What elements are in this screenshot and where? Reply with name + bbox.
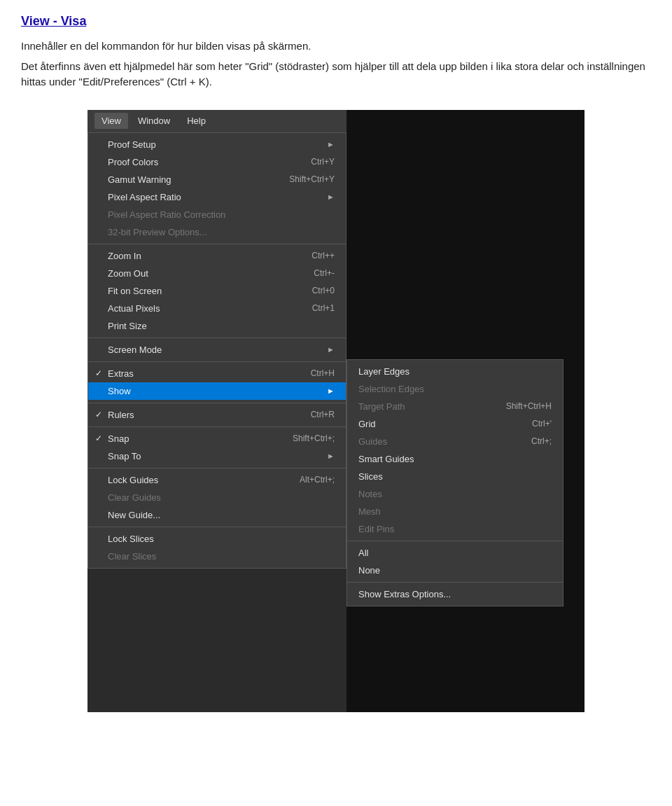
menu-item-zoom-in[interactable]: Zoom In Ctrl++ — [88, 247, 346, 265]
menu-item-show[interactable]: Show ► — [88, 382, 346, 400]
main-menu: Proof Setup ► Proof Colors Ctrl+Y Gamut … — [88, 132, 346, 569]
screenshot: View Window Help Proof Setup ► Proof Col… — [88, 110, 584, 712]
menu-item-pixel-aspect-ratio-correction: Pixel Aspect Ratio Correction — [88, 206, 346, 223]
menu-item-rulers[interactable]: ✓ Rulers Ctrl+R — [88, 406, 346, 424]
submenu-item-smart-guides[interactable]: Smart Guides — [347, 450, 563, 468]
menubar-help[interactable]: Help — [180, 113, 213, 129]
submenu-item-all[interactable]: All — [347, 544, 563, 562]
submenu-item-mesh: Mesh — [347, 503, 563, 520]
menu-item-zoom-out[interactable]: Zoom Out Ctrl+- — [88, 265, 346, 282]
menu-item-fit-on-screen[interactable]: Fit on Screen Ctrl+0 — [88, 282, 346, 300]
menu-item-snap-to[interactable]: Snap To ► — [88, 447, 346, 465]
submenu-item-edit-pins: Edit Pins — [347, 520, 563, 538]
menu-item-snap[interactable]: ✓ Snap Shift+Ctrl+; — [88, 430, 346, 447]
menu-item-lock-slices[interactable]: Lock Slices — [88, 530, 346, 548]
menu-item-new-guide[interactable]: New Guide... — [88, 506, 346, 524]
intro-text-1: Innehåller en del kommandon för hur bild… — [21, 39, 651, 55]
menu-item-proof-setup[interactable]: Proof Setup ► — [88, 136, 346, 153]
page-title: View - Visa — [21, 14, 651, 29]
menu-item-actual-pixels[interactable]: Actual Pixels Ctrl+1 — [88, 300, 346, 317]
menu-item-lock-guides[interactable]: Lock Guides Alt+Ctrl+; — [88, 471, 346, 489]
show-submenu: Layer Edges Selection Edges Target Path … — [346, 359, 564, 606]
submenu-item-selection-edges: Selection Edges — [347, 380, 563, 398]
menu-item-proof-colors[interactable]: Proof Colors Ctrl+Y — [88, 153, 346, 171]
submenu-item-show-extras-options[interactable]: Show Extras Options... — [347, 585, 563, 603]
menu-item-print-size[interactable]: Print Size — [88, 317, 346, 335]
menu-item-pixel-aspect-ratio[interactable]: Pixel Aspect Ratio ► — [88, 188, 346, 206]
menu-item-clear-slices: Clear Slices — [88, 548, 346, 565]
submenu-item-notes: Notes — [347, 485, 563, 503]
menu-item-32bit-preview: 32-bit Preview Options... — [88, 223, 346, 241]
menu-item-screen-mode[interactable]: Screen Mode ► — [88, 341, 346, 359]
menu-item-extras[interactable]: ✓ Extras Ctrl+H — [88, 365, 346, 382]
submenu-item-none[interactable]: None — [347, 562, 563, 579]
dropdown-area: Proof Setup ► Proof Colors Ctrl+Y Gamut … — [88, 132, 584, 569]
menu-item-clear-guides: Clear Guides — [88, 489, 346, 506]
menubar-view[interactable]: View — [94, 113, 128, 129]
submenu-item-guides: Guides Ctrl+; — [347, 433, 563, 450]
submenu-item-target-path: Target Path Shift+Ctrl+H — [347, 398, 563, 415]
menu-item-gamut-warning[interactable]: Gamut Warning Shift+Ctrl+Y — [88, 171, 346, 188]
submenu-item-grid[interactable]: Grid Ctrl+' — [347, 415, 563, 433]
menubar-window[interactable]: Window — [131, 113, 177, 129]
submenu-item-layer-edges[interactable]: Layer Edges — [347, 363, 563, 380]
intro-text-2: Det återfinns även ett hjälpmedel här so… — [21, 59, 651, 90]
submenu-item-slices[interactable]: Slices — [347, 468, 563, 485]
